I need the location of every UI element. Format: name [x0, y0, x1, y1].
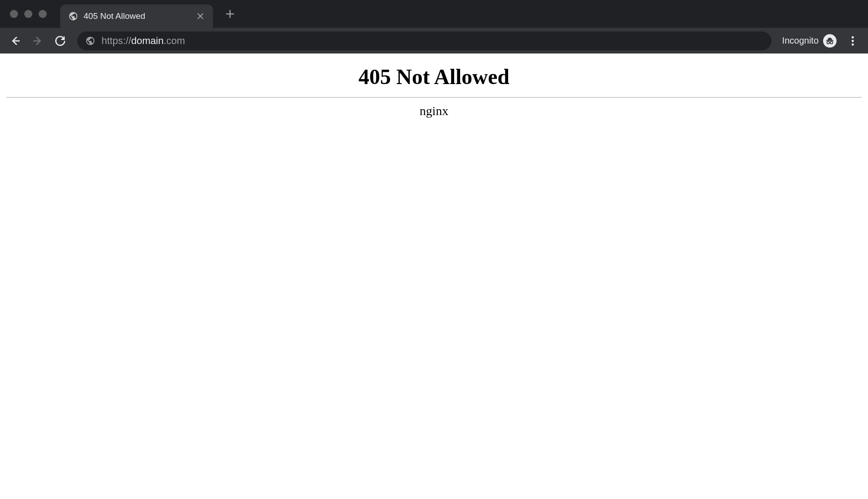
svg-point-11 [852, 40, 854, 42]
window-maximize-button[interactable] [39, 10, 47, 18]
globe-icon [68, 11, 78, 21]
url-scheme: https:// [102, 35, 131, 47]
site-info-icon[interactable] [85, 36, 95, 46]
window-close-button[interactable] [10, 10, 18, 18]
incognito-badge: Incognito [779, 34, 839, 48]
incognito-label: Incognito [782, 36, 819, 46]
tab-close-button[interactable] [196, 12, 205, 21]
svg-point-10 [852, 36, 854, 38]
svg-point-12 [852, 43, 854, 45]
forward-button[interactable] [29, 32, 47, 50]
window-minimize-button[interactable] [24, 10, 32, 18]
divider [6, 97, 862, 98]
new-tab-button[interactable] [221, 5, 239, 23]
svg-point-8 [830, 41, 833, 44]
address-bar[interactable]: https://domain.com [77, 31, 771, 50]
tab-title: 405 Not Allowed [84, 11, 190, 21]
title-bar: 405 Not Allowed [0, 0, 868, 28]
url-text: https://domain.com [102, 35, 185, 47]
error-heading: 405 Not Allowed [5, 64, 863, 89]
window-controls [0, 10, 60, 18]
url-tld: .com [164, 35, 185, 47]
svg-rect-6 [826, 40, 834, 41]
browser-chrome: 405 Not Allowed [0, 0, 868, 53]
svg-point-7 [827, 41, 830, 44]
browser-tab[interactable]: 405 Not Allowed [60, 4, 213, 28]
url-host: domain [131, 35, 164, 47]
reload-button[interactable] [51, 32, 69, 50]
toolbar: https://domain.com Incognito [0, 28, 868, 53]
server-name: nginx [5, 104, 863, 118]
back-button[interactable] [6, 32, 24, 50]
menu-button[interactable] [844, 32, 862, 50]
incognito-icon [823, 34, 837, 48]
page-content: 405 Not Allowed nginx [0, 53, 868, 124]
